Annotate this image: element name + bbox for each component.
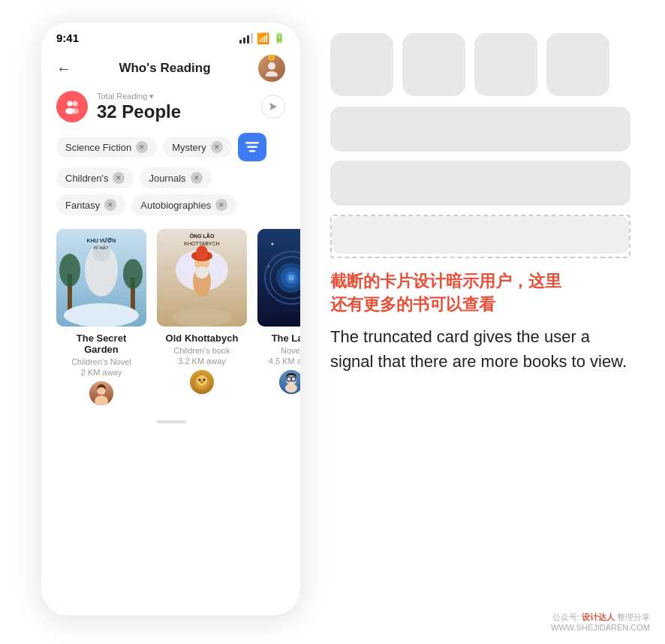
english-caption: The truncated card gives the user a sign… (330, 324, 630, 374)
send-icon (268, 101, 278, 112)
book-card-third[interactable]: The La... Novel 4.5 KM aw... (257, 229, 300, 405)
books-section: KHU VƯỜN BÍ MẬT The SecretGarden Childre… (41, 221, 300, 413)
svg-point-1 (266, 71, 278, 77)
chip-science-fiction[interactable]: Science Fiction ✕ (56, 137, 157, 158)
skeleton-wide-1 (330, 107, 630, 152)
book-avatar-third (279, 370, 300, 394)
book-title-old: Old Khottabych (157, 333, 247, 344)
chip-label: Science Fiction (65, 142, 131, 153)
svg-text:KHU VƯỜN: KHU VƯỜN (87, 237, 116, 243)
svg-marker-6 (269, 103, 277, 110)
reading-text: Total Reading ▾ 32 People (97, 92, 181, 122)
chip-journals[interactable]: Journals ✕ (140, 167, 211, 188)
crown-icon: 🏅 (265, 55, 278, 61)
total-reading-label: Total Reading ▾ (97, 92, 181, 101)
chip-label: Fantasy (65, 200, 100, 211)
svg-rect-8 (247, 146, 257, 149)
chip-label: Autobiographies (140, 200, 211, 211)
chip-mystery[interactable]: Mystery ✕ (163, 137, 232, 158)
dashed-border-area (330, 215, 630, 258)
svg-point-2 (68, 101, 73, 107)
chip-autobiographies[interactable]: Autobiographies ✕ (131, 194, 236, 215)
svg-point-14 (59, 254, 80, 287)
filter-chips-row-3: Fantasy ✕ Autobiographies ✕ (41, 194, 300, 215)
svg-point-30 (196, 245, 208, 260)
chip-close-science-fiction[interactable]: ✕ (136, 141, 148, 153)
watermark-brand: 设计达人 (582, 612, 615, 621)
status-bar: 9:41 📶 🔋 (41, 23, 300, 49)
svg-point-12 (92, 241, 110, 262)
skeleton-card-3 (474, 33, 537, 96)
reader-avatar-third (279, 370, 300, 394)
chip-label: Children's (65, 173, 108, 184)
svg-point-40 (199, 379, 201, 381)
battery-icon: 🔋 (273, 32, 285, 44)
status-time: 9:41 (56, 32, 79, 44)
book-subtitle-secret: Children's Novel (56, 357, 146, 366)
filter-chips-row-1: Science Fiction ✕ Mystery ✕ (41, 133, 300, 161)
chip-close-childrens[interactable]: ✕ (113, 172, 125, 184)
book-title-third: The La... (257, 333, 300, 344)
chip-label: Journals (149, 173, 185, 184)
svg-rect-9 (249, 150, 255, 152)
reading-icon (56, 91, 88, 122)
status-icons: 📶 🔋 (239, 32, 285, 44)
wifi-icon: 📶 (257, 32, 269, 44)
svg-point-57 (285, 384, 297, 393)
skeleton-card-4 (546, 33, 609, 96)
skeleton-card-1 (330, 33, 393, 96)
right-panel: 截断的卡片设计暗示用户，这里还有更多的书可以查看 The truncated c… (315, 23, 645, 396)
phone-mockup: 9:41 📶 🔋 ← Who's Reading 🏅 (41, 23, 300, 615)
filter-button[interactable] (238, 133, 266, 161)
chip-close-autobiographies[interactable]: ✕ (215, 199, 227, 211)
filter-chips-row-2: Children's ✕ Journals ✕ (41, 167, 300, 188)
people-icon (64, 98, 80, 115)
book-subtitle-old: Children's book (157, 346, 247, 355)
reading-info: Total Reading ▾ 32 People (56, 91, 181, 122)
back-button[interactable]: ← (56, 60, 71, 77)
book-distance-old: 3.2 KM away (157, 357, 247, 366)
chinese-caption: 截断的卡片设计暗示用户，这里还有更多的书可以查看 (330, 270, 630, 317)
reader-avatar-secret (89, 381, 113, 405)
scroll-indicator (41, 413, 300, 431)
book-title-secret: The SecretGarden (56, 333, 146, 355)
reading-section: Total Reading ▾ 32 People (41, 91, 300, 133)
svg-point-41 (203, 379, 206, 381)
filter-lines-icon (245, 142, 259, 152)
svg-point-17 (64, 303, 139, 327)
watermark: 公众号: 设计达人 整理分享 WWW.SHEJIDAREN.COM (551, 612, 650, 632)
chip-fantasy[interactable]: Fantasy ✕ (56, 194, 125, 215)
reading-count: 32 People (97, 101, 181, 122)
book-avatar-secret (89, 381, 113, 405)
chip-childrens[interactable]: Children's ✕ (56, 167, 134, 188)
watermark-line1: 公众号: 设计达人 整理分享 (551, 612, 650, 623)
book-cover-old-khottabych: ÔNG LÃO KHOTTABYCH (157, 229, 247, 327)
book-card-secret-garden[interactable]: KHU VƯỜN BÍ MẬT The SecretGarden Childre… (56, 229, 146, 405)
user-avatar[interactable]: 🏅 (258, 55, 285, 82)
navigation-filter-icon[interactable] (261, 95, 285, 119)
header: ← Who's Reading 🏅 (41, 49, 300, 91)
svg-rect-7 (245, 142, 259, 144)
svg-text:KHOTTABYCH: KHOTTABYCH (184, 241, 219, 246)
svg-point-50 (272, 243, 274, 245)
book-card-old-khottabych[interactable]: ÔNG LÃO KHOTTABYCH Old Khottabych Childr… (157, 229, 247, 405)
svg-point-3 (73, 101, 78, 107)
svg-point-34 (172, 308, 232, 327)
third-book-illustration (257, 229, 300, 327)
old-khottabych-illustration: ÔNG LÃO KHOTTABYCH (157, 229, 247, 327)
chip-close-mystery[interactable]: ✕ (211, 141, 223, 153)
book-cover-secret-garden: KHU VƯỜN BÍ MẬT (56, 229, 146, 327)
svg-text:ÔNG LÃO: ÔNG LÃO (190, 233, 215, 239)
svg-point-42 (200, 381, 203, 384)
book-distance-secret: 2 KM away (56, 368, 146, 377)
chip-close-fantasy[interactable]: ✕ (104, 199, 116, 211)
svg-point-39 (197, 375, 207, 386)
svg-point-49 (288, 275, 294, 281)
skeleton-wide-2 (330, 161, 630, 206)
skeleton-top-row (330, 33, 630, 96)
chip-close-journals[interactable]: ✕ (191, 172, 203, 184)
book-distance-third: 4.5 KM aw... (257, 357, 300, 366)
skeleton-card-2 (402, 33, 465, 96)
svg-point-16 (123, 259, 143, 289)
avatar-image (263, 60, 280, 77)
